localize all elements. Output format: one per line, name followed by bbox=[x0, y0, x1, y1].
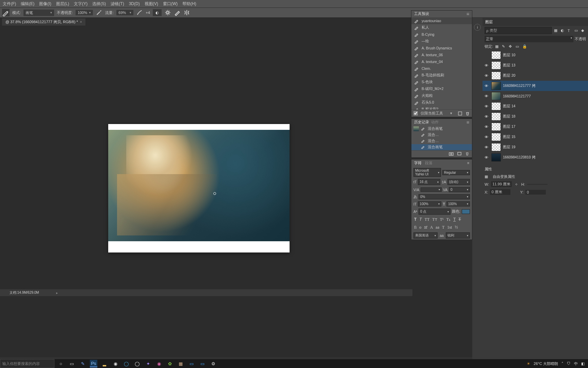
taskbar-app[interactable]: ◯ bbox=[133, 360, 141, 367]
actions-tab[interactable]: 动作 bbox=[431, 120, 439, 125]
menu-type[interactable]: 文字(Y) bbox=[74, 1, 87, 7]
layer-row[interactable]: 图层 10 bbox=[483, 50, 588, 60]
layer-name[interactable]: 16609841120810 拷 bbox=[503, 155, 536, 160]
layer-row[interactable]: 👁16609841121777 拷 bbox=[483, 81, 588, 91]
trash-icon[interactable] bbox=[465, 111, 470, 116]
visibility-icon[interactable]: 👁 bbox=[485, 125, 489, 129]
ordinal-icon[interactable]: o bbox=[419, 225, 421, 230]
tracking-dropdown[interactable]: 0 bbox=[449, 187, 470, 192]
camera-icon[interactable] bbox=[449, 152, 454, 156]
layer-row[interactable]: 👁图层 18 bbox=[483, 111, 588, 122]
taskbar-app[interactable]: ✿ bbox=[166, 360, 174, 367]
chrome-icon[interactable]: ◉ bbox=[112, 360, 119, 367]
visibility-icon[interactable]: 👁 bbox=[485, 63, 489, 67]
height-field[interactable] bbox=[527, 184, 548, 185]
filter-shape-icon[interactable]: ▭ bbox=[574, 28, 579, 33]
superscript-icon[interactable]: T¹ bbox=[440, 217, 444, 222]
kerning-dropdown[interactable] bbox=[421, 187, 442, 192]
width-field[interactable]: 11.99 厘米 bbox=[491, 181, 512, 187]
subscript-icon[interactable]: T₁ bbox=[446, 217, 451, 222]
stylistic-icon[interactable]: aa bbox=[436, 225, 439, 230]
tray-icon[interactable]: ◧ bbox=[581, 362, 585, 366]
layer-name[interactable]: 图层 14 bbox=[503, 104, 516, 109]
character-tab[interactable]: 字符 bbox=[414, 161, 422, 166]
angle-icon[interactable]: ◐ bbox=[153, 9, 162, 16]
history-item[interactable]: 混合… bbox=[411, 138, 472, 144]
tray-icon[interactable]: ⛉ bbox=[567, 362, 571, 366]
brush-preset-item[interactable]: S-色块 bbox=[411, 79, 472, 86]
airbrush-icon[interactable] bbox=[136, 9, 143, 16]
brush-preset-item[interactable]: —绘 bbox=[411, 38, 472, 45]
filter-smart-icon[interactable]: ◆ bbox=[581, 28, 586, 33]
panel-menu-icon[interactable]: ≡ bbox=[467, 161, 469, 166]
brush-pressure-icon[interactable] bbox=[174, 9, 181, 16]
layer-thumbnail[interactable] bbox=[491, 102, 501, 110]
new-preset-icon[interactable] bbox=[458, 111, 462, 116]
layer-name[interactable]: 图层 19 bbox=[503, 145, 516, 150]
menu-help[interactable]: 帮助(H) bbox=[182, 1, 196, 7]
visibility-icon[interactable]: 👁 bbox=[485, 155, 489, 159]
layers-tab[interactable]: 图层 bbox=[485, 19, 493, 25]
menu-image[interactable]: 图像(I) bbox=[39, 1, 51, 7]
ordinals-icon[interactable]: 1st bbox=[447, 225, 452, 230]
task-view-icon[interactable]: ○ bbox=[57, 360, 65, 367]
panel-menu-icon[interactable]: ≡ bbox=[467, 11, 469, 17]
visibility-icon[interactable]: 👁 bbox=[485, 114, 489, 119]
layer-name[interactable]: 16609841121777 bbox=[503, 94, 531, 98]
opacity-dropdown[interactable]: 100% bbox=[76, 10, 93, 15]
panel-menu-icon[interactable]: ≡ bbox=[467, 120, 469, 125]
taskbar-app[interactable]: ✦ bbox=[144, 360, 152, 367]
brush-preset-item[interactable]: A. texture_06 bbox=[411, 51, 472, 58]
chevron-down-icon[interactable]: ▾ bbox=[450, 111, 455, 116]
menu-3d[interactable]: 3D(D) bbox=[129, 1, 140, 6]
brush-preset-item[interactable]: 石头5.0 bbox=[411, 99, 472, 106]
weather-text[interactable]: 26°C 大部晴朗 bbox=[534, 361, 558, 366]
layer-row[interactable]: 👁16609841121777 bbox=[483, 91, 588, 101]
paragraph-tab[interactable]: 段落 bbox=[425, 161, 432, 166]
layer-thumbnail[interactable] bbox=[491, 82, 501, 90]
gear-icon[interactable] bbox=[164, 9, 171, 16]
lock-all-icon[interactable]: 🔒 bbox=[522, 44, 527, 49]
allcaps-icon[interactable]: TT bbox=[425, 217, 430, 222]
history-item[interactable]: 混合画笔 bbox=[411, 144, 472, 150]
layer-name[interactable]: 图层 10 bbox=[503, 53, 516, 58]
canvas-workspace[interactable] bbox=[0, 26, 472, 357]
pressure-opacity-icon[interactable] bbox=[96, 9, 102, 16]
pct-dropdown[interactable]: 0% bbox=[419, 194, 470, 199]
visibility-icon[interactable]: 👁 bbox=[485, 74, 489, 78]
visibility-icon[interactable]: 👁 bbox=[485, 135, 489, 139]
bold-icon[interactable]: T bbox=[414, 217, 416, 222]
menu-window[interactable]: 窗口(W) bbox=[163, 1, 178, 7]
layer-row[interactable]: 👁图层 19 bbox=[483, 142, 588, 152]
antialias-dropdown[interactable]: 锐利 bbox=[446, 232, 470, 239]
visibility-icon[interactable]: 👁 bbox=[485, 84, 489, 88]
menu-filter[interactable]: 滤镜(T) bbox=[111, 1, 124, 7]
taskbar-app[interactable]: ▦ bbox=[177, 360, 184, 367]
discretionary-icon[interactable]: ½ bbox=[455, 225, 458, 230]
layer-thumbnail[interactable] bbox=[491, 143, 501, 151]
layer-thumbnail[interactable] bbox=[491, 153, 501, 162]
brush-preset-item[interactable]: A. texture_04 bbox=[411, 58, 472, 65]
taskbar-app[interactable]: ▭ bbox=[199, 360, 206, 367]
layer-row[interactable]: 👁图层 17 bbox=[483, 122, 588, 132]
layer-filter-search[interactable]: ρ 类型 bbox=[485, 27, 552, 34]
lock-brush-icon[interactable]: ✎ bbox=[502, 44, 507, 49]
layer-name[interactable]: 16609841121777 拷 bbox=[503, 83, 536, 88]
brush-preset-item[interactable]: B-毛边斜线刷 bbox=[411, 72, 472, 79]
brush-preset-item[interactable]: B-Cying bbox=[411, 31, 472, 38]
taskbar-app[interactable]: ▭ bbox=[188, 360, 195, 367]
hscale-field[interactable]: 100% bbox=[446, 201, 470, 206]
strike-icon[interactable]: T bbox=[458, 217, 461, 222]
document-tab[interactable]: @ 37.8% (16609841121777 拷贝, RGB/8) * × bbox=[2, 18, 85, 26]
font-size-dropdown[interactable]: 16 点 bbox=[418, 179, 440, 185]
explorer-icon[interactable]: ▂ bbox=[101, 360, 108, 367]
layer-row[interactable]: 👁图层 20 bbox=[483, 71, 588, 81]
close-icon[interactable]: × bbox=[80, 20, 82, 24]
language-dropdown[interactable]: 美国英语 bbox=[413, 232, 438, 239]
taskbar-app[interactable]: ◯ bbox=[122, 360, 130, 367]
link-icon[interactable]: ⟡ bbox=[514, 182, 519, 186]
visibility-icon[interactable]: 👁 bbox=[485, 94, 489, 98]
layer-row[interactable]: 👁图层 13 bbox=[483, 60, 588, 71]
visibility-icon[interactable]: 👁 bbox=[485, 145, 489, 149]
y-field[interactable]: 0 bbox=[525, 190, 546, 195]
